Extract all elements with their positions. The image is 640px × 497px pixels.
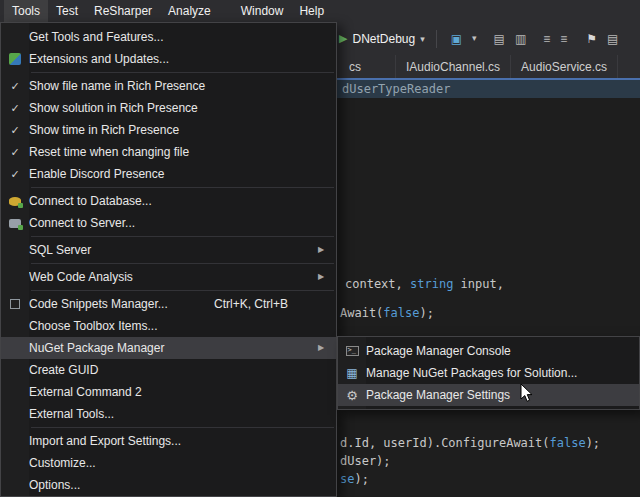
menu-item-label: Manage NuGet Packages for Solution... xyxy=(366,366,621,380)
nuget-icon: ▦ xyxy=(338,367,366,379)
menu-item-enable-discord-presence[interactable]: ✓Enable Discord Presence xyxy=(1,163,336,185)
menu-item-label: Connect to Database... xyxy=(29,194,318,208)
menu-separator xyxy=(31,236,334,237)
menu-separator xyxy=(31,187,334,188)
menu-item-reset-time-when-changing-file[interactable]: ✓Reset time when changing file xyxy=(1,141,336,163)
menu-item-web-code-analysis[interactable]: Web Code Analysis▶ xyxy=(1,266,336,288)
menu-item-label: Reset time when changing file xyxy=(29,145,318,159)
menu-separator xyxy=(31,72,334,73)
menu-item-show-file-name-in-rich-presence[interactable]: ✓Show file name in Rich Presence xyxy=(1,75,336,97)
menu-item-label: SQL Server xyxy=(29,243,318,257)
menu-item-choose-toolbox-items[interactable]: Choose Toolbox Items... xyxy=(1,315,336,337)
menu-item-code-snippets-manager[interactable]: Code Snippets Manager...Ctrl+K, Ctrl+B xyxy=(1,293,336,315)
menu-item-label: Connect to Server... xyxy=(29,216,318,230)
menu-item-options[interactable]: Options... xyxy=(1,474,336,496)
console-icon xyxy=(338,346,366,356)
code-line-2: Await(false); xyxy=(340,306,434,320)
extensions-icon xyxy=(9,53,21,65)
menu-separator xyxy=(31,427,334,428)
menu-item-label: Extensions and Updates... xyxy=(29,52,318,66)
menu-item-label: Web Code Analysis xyxy=(29,270,318,284)
database-icon xyxy=(1,197,29,206)
checkmark-icon: ✓ xyxy=(1,125,29,136)
menu-item-nuget-package-manager[interactable]: NuGet Package Manager▶ xyxy=(1,337,336,359)
snippets-icon xyxy=(1,299,29,309)
code-line-1: context, string input, xyxy=(345,277,504,291)
menu-item-show-solution-in-rich-presence[interactable]: ✓Show solution in Rich Presence xyxy=(1,97,336,119)
nuget-submenu: Package Manager Console▦Manage NuGet Pac… xyxy=(337,336,640,410)
server-icon xyxy=(1,219,29,228)
checkmark-icon: ✓ xyxy=(1,169,29,180)
checkmark-icon: ✓ xyxy=(1,147,29,158)
menu-item-label: Options... xyxy=(29,478,318,492)
menu-item-label: Import and Export Settings... xyxy=(29,434,318,448)
menu-item-package-manager-settings[interactable]: ⚙Package Manager Settings xyxy=(338,384,639,406)
submenu-arrow-icon: ▶ xyxy=(318,344,330,352)
menu-separator xyxy=(31,290,334,291)
menu-item-label: Show time in Rich Presence xyxy=(29,123,318,137)
menu-item-import-and-export-settings[interactable]: Import and Export Settings... xyxy=(1,430,336,452)
console-icon xyxy=(346,346,359,356)
extensions-icon xyxy=(1,53,29,65)
menu-item-label: Customize... xyxy=(29,456,318,470)
menu-item-show-time-in-rich-presence[interactable]: ✓Show time in Rich Presence xyxy=(1,119,336,141)
checkmark-icon: ✓ xyxy=(1,103,29,114)
menu-item-label: Code Snippets Manager... xyxy=(29,297,214,311)
menu-item-sql-server[interactable]: SQL Server▶ xyxy=(1,239,336,261)
menu-item-label: External Tools... xyxy=(29,407,318,421)
menu-item-label: NuGet Package Manager xyxy=(29,341,318,355)
menu-item-label: Choose Toolbox Items... xyxy=(29,319,318,333)
submenu-arrow-icon: ▶ xyxy=(318,273,330,281)
menu-item-label: Get Tools and Features... xyxy=(29,30,318,44)
menu-item-connect-to-database[interactable]: Connect to Database... xyxy=(1,190,336,212)
menu-item-label: External Command 2 xyxy=(29,385,318,399)
mouse-cursor xyxy=(520,383,534,403)
code-line-3: d.Id, userId).ConfigureAwait(false); xyxy=(340,436,600,450)
database-icon xyxy=(9,197,21,206)
menu-item-label: Enable Discord Presence xyxy=(29,167,318,181)
menu-item-extensions-and-updates[interactable]: Extensions and Updates... xyxy=(1,48,336,70)
menu-separator xyxy=(31,263,334,264)
menu-item-get-tools-and-features[interactable]: Get Tools and Features... xyxy=(1,26,336,48)
code-line-4: dUser); xyxy=(340,454,391,468)
menu-item-external-command-2[interactable]: External Command 2 xyxy=(1,381,336,403)
submenu-arrow-icon: ▶ xyxy=(318,246,330,254)
tools-menu: Get Tools and Features...Extensions and … xyxy=(0,22,337,497)
menu-item-customize[interactable]: Customize... xyxy=(1,452,336,474)
menu-item-label: Package Manager Console xyxy=(366,344,621,358)
menu-item-create-guid[interactable]: Create GUID xyxy=(1,359,336,381)
menu-item-package-manager-console[interactable]: Package Manager Console xyxy=(338,340,639,362)
server-icon xyxy=(9,219,21,228)
code-line-5: se); xyxy=(340,472,369,486)
menu-item-manage-nuget-packages-for-solution[interactable]: ▦Manage NuGet Packages for Solution... xyxy=(338,362,639,384)
menu-item-label: Package Manager Settings xyxy=(366,388,621,402)
menu-item-connect-to-server[interactable]: Connect to Server... xyxy=(1,212,336,234)
checkmark-icon: ✓ xyxy=(1,81,29,92)
menu-item-external-tools[interactable]: External Tools... xyxy=(1,403,336,425)
menu-item-label: Create GUID xyxy=(29,363,318,377)
snippets-icon xyxy=(10,299,20,309)
menu-item-label: Show solution in Rich Presence xyxy=(29,101,318,115)
menu-item-shortcut: Ctrl+K, Ctrl+B xyxy=(214,297,288,311)
menu-item-label: Show file name in Rich Presence xyxy=(29,79,318,93)
gear-icon: ⚙ xyxy=(338,389,366,402)
